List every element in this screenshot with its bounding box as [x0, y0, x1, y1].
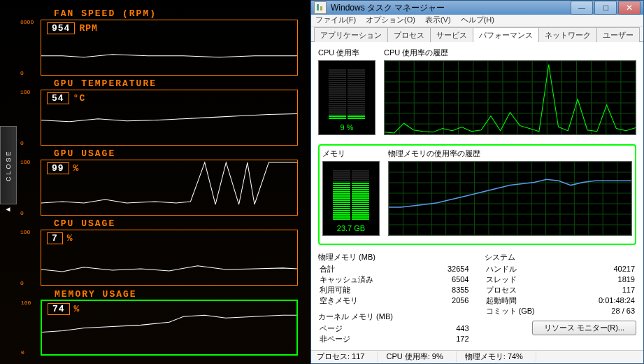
- menu-item[interactable]: オプション(O): [366, 15, 415, 25]
- stat-row: 起動時間0:01:48:24: [485, 295, 637, 306]
- menu-item[interactable]: ヘルプ(H): [461, 15, 494, 25]
- status-cell: CPU 使用率: 9%: [386, 351, 456, 362]
- tab-0[interactable]: アプリケーション: [314, 27, 388, 42]
- scale-max: 100: [20, 229, 30, 235]
- performance-tab-body: CPU 使用率 9 % CPU 使用率の履歴: [311, 42, 643, 350]
- menu-item[interactable]: ファイル(F): [315, 15, 356, 25]
- scale-min: 0: [21, 349, 24, 356]
- tab-2[interactable]: サービス: [430, 27, 473, 42]
- panel-title: MEMORY USAGE: [55, 289, 137, 300]
- mem-gauge-value: 23.7 GB: [323, 224, 379, 232]
- stat-row: 非ページ172: [318, 334, 471, 344]
- tab-4[interactable]: ネットワーク: [538, 27, 597, 42]
- panel-title: GPU USAGE: [54, 148, 115, 159]
- app-icon: [314, 1, 327, 14]
- close-tab[interactable]: CLOSE: [0, 126, 17, 204]
- stat-row: 合計32654: [318, 264, 471, 274]
- panel-memory-usage: MEMORY USAGE100074%: [41, 300, 298, 356]
- cpu-history-label: CPU 使用率の履歴: [384, 48, 636, 58]
- stat-row: 空きメモリ2056: [318, 295, 471, 306]
- stat-row: キャッシュ済み6504: [318, 274, 471, 285]
- stat-header: 物理メモリ (MB): [318, 252, 471, 262]
- scale-max: 100: [21, 300, 31, 306]
- scale-min: 0: [20, 140, 24, 146]
- panel-title: GPU TEMPERATURE: [54, 78, 157, 89]
- mem-history-chart: [388, 161, 632, 236]
- stat-row: 利用可能8355: [318, 285, 471, 295]
- scale-min: 0: [20, 280, 24, 286]
- stat-row: プロセス117: [485, 285, 637, 295]
- titlebar[interactable]: Windows タスク マネージャー — ☐ ✕: [311, 1, 643, 15]
- system-block: システム ハンドル40217スレッド1819プロセス117起動時間0:01:48…: [485, 252, 637, 316]
- tab-3[interactable]: パフォーマンス: [473, 27, 539, 42]
- menu-item[interactable]: 表示(V): [425, 15, 451, 25]
- scale-max: 100: [20, 159, 30, 165]
- panel-fan-speed-rpm-: FAN SPEED (RPM)80000954RPM: [41, 20, 298, 76]
- window-title: Windows タスク マネージャー: [331, 2, 445, 14]
- scale-min: 0: [20, 210, 24, 216]
- stat-row: ハンドル40217: [485, 264, 637, 274]
- kernel-mem-block: カーネル メモリ (MB) ページ443非ページ172: [318, 312, 471, 344]
- cpu-gauge: 9 %: [318, 60, 375, 135]
- stat-header: カーネル メモリ (MB): [318, 312, 471, 322]
- memory-row-highlight: メモリ 23.7 GB 物理メモリの使用率の履歴: [318, 144, 636, 245]
- stat-row: ページ443: [318, 323, 471, 334]
- panel-cpu-usage: CPU USAGE10007%: [41, 230, 298, 286]
- scale-max: 100: [20, 89, 30, 95]
- hardware-monitor-hud: CLOSE FAN SPEED (RPM)80000954RPMGPU TEMP…: [0, 0, 310, 364]
- stat-row: スレッド1819: [485, 274, 637, 285]
- phys-mem-block: 物理メモリ (MB) 合計32654キャッシュ済み6504利用可能8355空きメ…: [318, 252, 471, 306]
- tab-5[interactable]: ユーザー: [596, 27, 640, 42]
- cpu-history-chart: [384, 60, 636, 135]
- cpu-gauge-value: 9 %: [319, 123, 375, 132]
- scale-min: 0: [20, 70, 24, 76]
- mem-gauge-label: メモリ: [322, 148, 380, 159]
- scale-max: 8000: [20, 19, 34, 25]
- statusbar: プロセス: 117CPU 使用率: 9%物理メモリ: 74%: [311, 350, 643, 363]
- panel-title: FAN SPEED (RPM): [54, 8, 157, 19]
- maximize-button[interactable]: ☐: [594, 1, 617, 15]
- resource-monitor-button[interactable]: リソース モニター(R)...: [532, 321, 637, 335]
- panel-gpu-temperature: GPU TEMPERATURE100054°C: [41, 90, 298, 146]
- close-button[interactable]: ✕: [618, 1, 641, 15]
- tabstrip: アプリケーションプロセスサービスパフォーマンスネットワークユーザー: [311, 27, 643, 42]
- tab-1[interactable]: プロセス: [387, 27, 431, 42]
- status-cell: 物理メモリ: 74%: [465, 351, 536, 362]
- stat-row: コミット (GB)28 / 63: [485, 306, 637, 316]
- menubar: ファイル(F)オプション(O)表示(V)ヘルプ(H): [311, 15, 643, 27]
- panel-gpu-usage: GPU USAGE100099%: [41, 160, 298, 216]
- task-manager-window: Windows タスク マネージャー — ☐ ✕ ファイル(F)オプション(O)…: [310, 0, 644, 364]
- stat-header: システム: [485, 252, 637, 262]
- status-cell: プロセス: 117: [317, 351, 378, 362]
- minimize-button[interactable]: —: [571, 1, 593, 15]
- cpu-gauge-label: CPU 使用率: [318, 48, 375, 58]
- mem-gauge: 23.7 GB: [322, 161, 380, 236]
- panel-title: CPU USAGE: [54, 218, 115, 229]
- mem-history-label: 物理メモリの使用率の履歴: [388, 148, 632, 159]
